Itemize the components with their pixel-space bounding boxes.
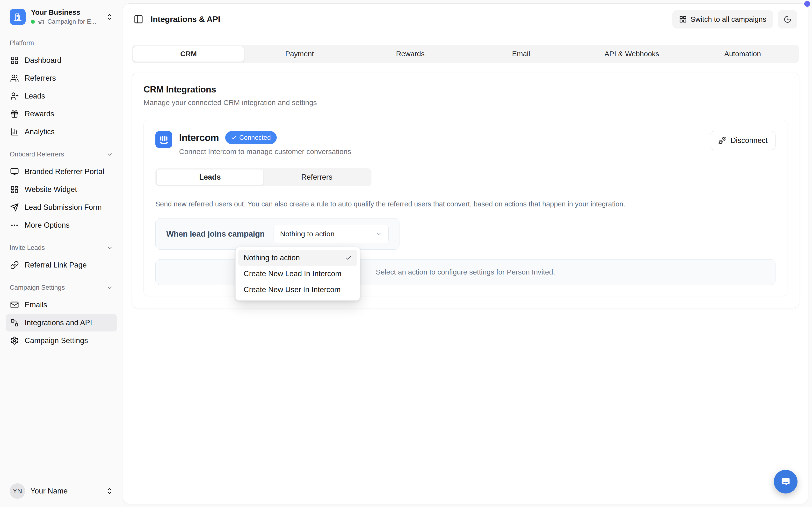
dropdown-option-create-new-lead[interactable]: Create New Lead In Intercom <box>238 266 357 282</box>
disconnect-label: Disconnect <box>730 136 767 145</box>
tab-api-webhooks[interactable]: API & Webhooks <box>576 46 687 62</box>
avatar: YN <box>10 483 25 499</box>
sidebar-nav: Platform Dashboard Referrers Leads Rewar… <box>6 36 117 480</box>
gift-icon <box>10 110 19 118</box>
action-select-value: Nothing to action <box>280 230 335 238</box>
sidebar-item-label: Dashboard <box>24 56 61 65</box>
page-content: CRM Payment Rewards Email API & Webhooks… <box>123 35 808 504</box>
dropdown-option-create-new-user[interactable]: Create New User In Intercom <box>238 282 357 298</box>
tab-crm[interactable]: CRM <box>133 46 244 62</box>
mail-icon <box>10 300 19 309</box>
gear-icon <box>10 336 19 345</box>
chevrons-up-down-icon <box>106 13 113 20</box>
sidebar-item-leads[interactable]: Leads <box>6 88 117 105</box>
intercom-chat-launcher[interactable] <box>774 470 798 494</box>
sidebar-item-lead-submission-form[interactable]: Lead Submission Form <box>6 199 117 216</box>
building-icon <box>13 12 22 21</box>
section-onboard-referrers[interactable]: Onboard Referrers <box>6 151 117 158</box>
switch-button-label: Switch to all campaigns <box>691 15 766 23</box>
notification-indicator-dot <box>804 1 810 7</box>
switch-to-all-campaigns-button[interactable]: Switch to all campaigns <box>672 10 773 29</box>
sidebar: Your Business Campaign for E... Platform… <box>0 0 123 507</box>
integration-name: Intercom <box>179 132 219 143</box>
chevron-down-icon <box>106 284 113 291</box>
dropdown-option-nothing-to-action[interactable]: Nothing to action <box>238 250 357 266</box>
check-icon <box>231 135 237 140</box>
sidebar-item-branded-referrer-portal[interactable]: Branded Referrer Portal <box>6 163 117 180</box>
section-campaign-settings[interactable]: Campaign Settings <box>6 284 117 291</box>
page-title: Integrations & API <box>151 14 220 24</box>
bar-chart-icon <box>10 127 19 136</box>
sidebar-item-label: Integrations and API <box>24 319 92 327</box>
page-header: Integrations & API Switch to all campaig… <box>123 4 808 35</box>
audience-tabs: Leads Referrers <box>155 168 371 186</box>
chevrons-up-down-icon <box>106 488 113 495</box>
action-select[interactable]: Nothing to action <box>273 225 389 243</box>
sidebar-item-label: Analytics <box>24 127 55 136</box>
tab-automation[interactable]: Automation <box>687 46 798 62</box>
tab-payment[interactable]: Payment <box>244 46 355 62</box>
intercom-logo <box>155 131 172 148</box>
sidebar-item-dashboard[interactable]: Dashboard <box>6 52 117 69</box>
disconnect-button[interactable]: Disconnect <box>710 131 775 150</box>
sidebar-item-integrations-and-api[interactable]: Integrations and API <box>6 314 117 332</box>
moon-icon <box>783 15 792 23</box>
sidebar-item-referral-link-page[interactable]: Referral Link Page <box>6 257 117 274</box>
sidebar-item-label: Emails <box>24 300 47 309</box>
sidebar-item-label: Leads <box>24 92 45 101</box>
integration-icon <box>10 319 19 327</box>
intercom-logo-icon <box>155 131 172 148</box>
workspace-switcher[interactable]: Your Business Campaign for E... <box>6 5 117 29</box>
user-menu[interactable]: YN Your Name <box>6 480 117 502</box>
card-subtitle: Manage your connected CRM integration an… <box>144 99 788 107</box>
tab-leads[interactable]: Leads <box>157 169 263 185</box>
panel-left-toggle-icon[interactable] <box>134 14 143 24</box>
intercom-integration-card: Intercom Connected Connect Intercom to m… <box>144 120 788 296</box>
rule-label: When lead joins campaign <box>166 229 265 238</box>
action-dropdown-menu: Nothing to action Create New Lead In Int… <box>236 247 360 300</box>
chevron-down-icon <box>106 151 113 158</box>
user-name: Your Name <box>31 487 101 495</box>
sidebar-item-campaign-settings[interactable]: Campaign Settings <box>6 332 117 349</box>
sidebar-item-label: More Options <box>24 221 69 230</box>
ellipsis-icon <box>10 221 19 230</box>
unplug-icon <box>718 136 726 145</box>
workspace-name: Your Business <box>31 8 101 16</box>
sidebar-item-emails[interactable]: Emails <box>6 296 117 314</box>
sidebar-item-label: Website Widget <box>24 185 77 194</box>
rule-description: Send new referred users out. You can als… <box>155 200 775 208</box>
sidebar-item-label: Referrers <box>24 74 56 82</box>
monitor-icon <box>10 167 19 176</box>
sidebar-item-label: Campaign Settings <box>24 336 88 345</box>
sidebar-item-label: Rewards <box>24 110 54 118</box>
grid-icon <box>679 15 687 23</box>
link-icon <box>10 261 19 270</box>
workspace-logo <box>10 9 26 25</box>
sidebar-item-label: Referral Link Page <box>24 261 87 270</box>
sidebar-item-more-options[interactable]: More Options <box>6 217 117 234</box>
integration-description: Connect Intercom to manage customer conv… <box>179 148 351 156</box>
check-icon <box>345 255 352 261</box>
sidebar-item-analytics[interactable]: Analytics <box>6 123 117 140</box>
status-dot <box>31 20 35 24</box>
campaign-name: Campaign for E... <box>47 18 96 25</box>
user-plus-icon <box>10 92 19 101</box>
dark-mode-toggle[interactable] <box>778 10 797 29</box>
crm-integrations-card: CRM Integrations Manage your connected C… <box>132 73 799 308</box>
integration-category-tabs: CRM Payment Rewards Email API & Webhooks… <box>132 45 799 63</box>
main-panel: Integrations & API Switch to all campaig… <box>123 3 808 504</box>
tab-email[interactable]: Email <box>466 46 576 62</box>
sidebar-item-website-widget[interactable]: Website Widget <box>6 181 117 198</box>
chevron-down-icon <box>375 231 382 237</box>
tab-referrers[interactable]: Referrers <box>263 169 370 185</box>
sidebar-item-label: Lead Submission Form <box>24 203 102 212</box>
connected-badge: Connected <box>225 131 277 144</box>
section-platform: Platform <box>6 39 117 47</box>
sidebar-item-rewards[interactable]: Rewards <box>6 105 117 123</box>
widget-grid-icon <box>10 185 19 194</box>
sidebar-item-referrers[interactable]: Referrers <box>6 69 117 87</box>
tab-rewards[interactable]: Rewards <box>355 46 466 62</box>
send-icon <box>10 203 19 212</box>
chevron-down-icon <box>106 244 113 251</box>
section-invite-leads[interactable]: Invite Leads <box>6 244 117 251</box>
